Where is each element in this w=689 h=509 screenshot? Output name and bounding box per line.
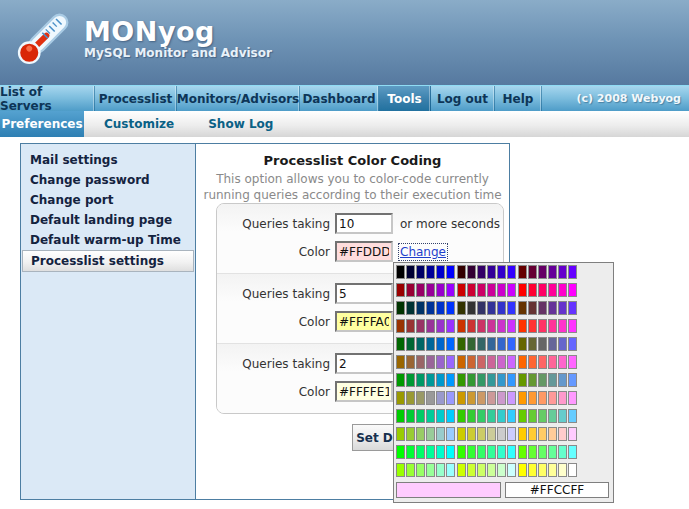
color-swatch[interactable] [406,409,415,423]
color-swatch[interactable] [396,355,405,369]
color-swatch[interactable] [426,337,435,351]
color-swatch[interactable] [457,337,466,351]
color-swatch[interactable] [548,301,557,315]
seconds-input-0[interactable] [335,213,393,234]
color-swatch[interactable] [487,355,496,369]
color-swatch[interactable] [497,319,506,333]
color-swatch[interactable] [396,265,405,279]
color-swatch[interactable] [518,301,527,315]
color-swatch[interactable] [507,355,516,369]
nav-tab-tools[interactable]: Tools [379,86,431,111]
color-swatch[interactable] [497,409,506,423]
color-swatch[interactable] [477,355,486,369]
color-swatch[interactable] [446,373,455,387]
color-swatch[interactable] [518,373,527,387]
color-swatch[interactable] [416,355,425,369]
color-swatch[interactable] [538,373,547,387]
nav-tab-processlist[interactable]: Processlist [95,86,177,111]
color-swatch[interactable] [446,445,455,459]
color-swatch[interactable] [396,445,405,459]
color-swatch[interactable] [518,265,527,279]
color-swatch[interactable] [406,337,415,351]
color-swatch[interactable] [548,355,557,369]
color-swatch[interactable] [426,301,435,315]
color-swatch[interactable] [436,427,445,441]
color-swatch[interactable] [568,463,577,477]
color-swatch[interactable] [457,427,466,441]
color-swatch[interactable] [457,319,466,333]
color-swatch[interactable] [457,409,466,423]
color-swatch[interactable] [467,355,476,369]
color-swatch[interactable] [528,265,537,279]
color-swatch[interactable] [538,355,547,369]
color-swatch[interactable] [477,337,486,351]
color-swatch[interactable] [528,427,537,441]
color-swatch[interactable] [538,319,547,333]
color-swatch[interactable] [396,337,405,351]
color-swatch[interactable] [467,301,476,315]
color-swatch[interactable] [426,283,435,297]
color-swatch[interactable] [568,391,577,405]
color-swatch[interactable] [487,373,496,387]
color-swatch[interactable] [548,283,557,297]
color-swatch[interactable] [477,427,486,441]
color-swatch[interactable] [497,301,506,315]
color-swatch[interactable] [467,373,476,387]
color-swatch[interactable] [507,373,516,387]
color-swatch[interactable] [487,265,496,279]
color-swatch[interactable] [558,373,567,387]
color-swatch[interactable] [416,265,425,279]
color-swatch[interactable] [528,445,537,459]
sidebar-item-change-password[interactable]: Change password [21,170,195,190]
color-swatch[interactable] [477,463,486,477]
color-swatch[interactable] [396,301,405,315]
color-swatch[interactable] [518,409,527,423]
color-swatch[interactable] [457,265,466,279]
sidebar-item-default-landing-page[interactable]: Default landing page [21,210,195,230]
color-swatch[interactable] [487,319,496,333]
color-swatch[interactable] [548,445,557,459]
color-swatch[interactable] [518,355,527,369]
subnav-tab-show-log[interactable]: Show Log [194,111,287,137]
color-swatch[interactable] [457,445,466,459]
color-swatch[interactable] [507,409,516,423]
color-swatch[interactable] [477,265,486,279]
color-swatch[interactable] [558,319,567,333]
color-swatch[interactable] [487,337,496,351]
color-swatch[interactable] [436,355,445,369]
color-swatch[interactable] [558,427,567,441]
color-swatch[interactable] [406,427,415,441]
color-swatch[interactable] [467,283,476,297]
color-swatch[interactable] [568,337,577,351]
color-swatch[interactable] [497,373,506,387]
color-swatch[interactable] [528,391,537,405]
nav-tab-monitors-advisors[interactable]: Monitors/Advisors [177,86,300,111]
color-swatch[interactable] [548,373,557,387]
color-swatch[interactable] [507,283,516,297]
color-swatch[interactable] [507,445,516,459]
color-swatch[interactable] [568,283,577,297]
color-swatch[interactable] [446,355,455,369]
color-swatch[interactable] [538,265,547,279]
color-swatch[interactable] [426,373,435,387]
nav-tab-log-out[interactable]: Log out [431,86,495,111]
color-swatch[interactable] [538,427,547,441]
color-swatch[interactable] [528,355,537,369]
color-swatch[interactable] [446,319,455,333]
color-swatch[interactable] [436,265,445,279]
color-swatch[interactable] [497,391,506,405]
color-swatch[interactable] [568,409,577,423]
color-swatch[interactable] [416,463,425,477]
color-swatch[interactable] [396,319,405,333]
color-swatch[interactable] [558,445,567,459]
color-swatch[interactable] [528,301,537,315]
color-swatch[interactable] [528,373,537,387]
color-swatch[interactable] [457,373,466,387]
color-swatch[interactable] [477,283,486,297]
color-swatch[interactable] [538,391,547,405]
color-swatch[interactable] [507,337,516,351]
color-swatch[interactable] [497,355,506,369]
color-swatch[interactable] [446,409,455,423]
color-swatch[interactable] [528,463,537,477]
color-swatch[interactable] [457,355,466,369]
